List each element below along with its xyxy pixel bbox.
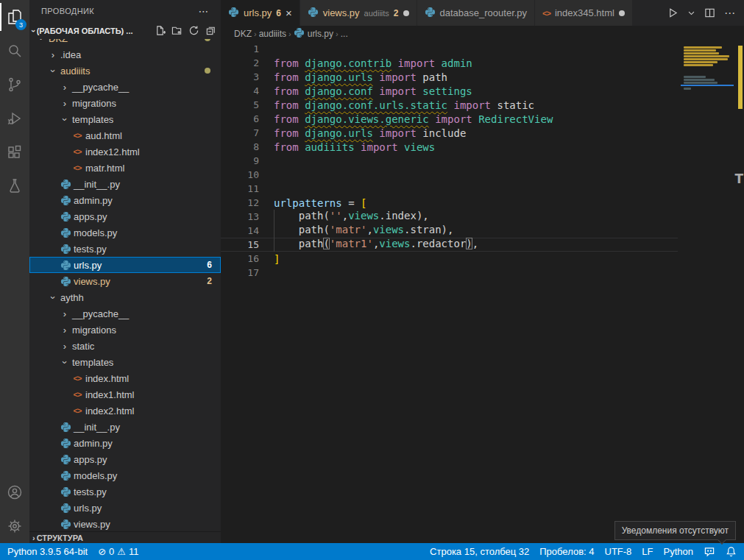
tree-file-views.py[interactable]: views.py [29,516,221,531]
tree-file-apps.py[interactable]: apps.py [29,451,221,467]
tree-file-urls.py[interactable]: urls.py6 [29,257,221,273]
tree-file-__init__.py[interactable]: __init__.py [29,176,221,192]
line-number: 15 [221,239,259,250]
python-icon [59,244,72,255]
code-line-1: 1 [221,42,678,56]
status-eol[interactable]: LF [642,546,653,557]
breadcrumb: DKZ›audiiits›urls.py›... [221,26,744,42]
new-folder-icon[interactable] [171,25,183,36]
tab-database_roouter.py[interactable]: database_roouter.py [417,0,536,26]
refresh-icon[interactable] [188,25,199,36]
tree-folder-migrations[interactable]: ›migrations [29,95,221,111]
breadcrumb-item-audiiits[interactable]: audiiits [259,29,286,39]
problems-indicator[interactable]: ⊘ 0 ⚠ 11 [98,546,138,557]
line-number: 11 [221,183,259,194]
code-line-12: 12urlpatterns = [ [221,196,678,210]
tab-views.py[interactable]: views.pyaudiiits2 [300,0,417,26]
tree-file-models.py[interactable]: models.py [29,467,221,483]
errors-count: 0 [109,546,114,557]
python-icon [59,276,72,287]
new-file-icon[interactable] [155,25,166,36]
run-debug-icon[interactable] [0,102,29,135]
explorer-icon[interactable]: 3 [0,0,29,34]
file-tree: ›DKZ›.idea›audiiits›__pycache__›migratio… [29,39,221,531]
activity-bar: 3 [0,0,29,543]
status-indentation[interactable]: Пробелов: 4 [539,546,594,557]
testing-icon[interactable] [0,169,29,203]
tree-file-matr.html[interactable]: <>matr.html [29,160,221,176]
code-editor[interactable]: 12from django.contrib import admin3from … [221,42,744,543]
tree-file-views.py[interactable]: views.py2 [29,273,221,289]
tabs: urls.py6×views.pyaudiiits2database_roout… [221,0,633,26]
outline-label: СТРУКТУРА [37,534,83,542]
notifications-tooltip: Уведомления отсутствуют [614,521,736,540]
minimap[interactable] [681,42,734,543]
chevron-down-icon: › [60,113,71,125]
tree-folder-aythh[interactable]: ›aythh [29,289,221,305]
status-language-mode[interactable]: Python [664,546,693,557]
tree-file-index.html[interactable]: <>index.html [29,370,221,386]
python-icon [59,211,72,222]
code-line-5: 5from django.conf.urls.static import sta… [221,98,678,112]
status-bar-right: Строка 15, столбец 32Пробелов: 4UTF-8LFP… [430,546,737,557]
tree-file-index12.html[interactable]: <>index12.html [29,143,221,160]
python-icon [59,227,72,238]
breadcrumb-item-urls.py[interactable]: urls.py [294,27,333,40]
breadcrumb-item-DKZ[interactable]: DKZ [234,29,252,39]
python-interpreter[interactable]: Python 3.9.5 64-bit [7,546,88,557]
collapse-all-icon[interactable] [205,25,216,36]
tree-file-tests.py[interactable]: tests.py [29,241,221,257]
chevron-right-icon: › [59,325,71,336]
overview-ruler-scrollbar[interactable]: T [734,42,744,543]
status-feedback-icon[interactable] [704,546,715,557]
run-button[interactable] [667,7,679,18]
tree-file-tests.py[interactable]: tests.py [29,483,221,500]
search-icon[interactable] [0,34,29,68]
dirty-dot-icon[interactable] [619,10,625,16]
chevron-down-icon: › [48,291,59,303]
breadcrumb-item-...[interactable]: ... [341,29,348,39]
status-cursor-position[interactable]: Строка 15, столбец 32 [430,546,529,557]
run-dropdown-chevron-icon[interactable] [687,9,695,17]
tree-file-__init__.py[interactable]: __init__.py [29,419,221,435]
code-area: 12from django.contrib import admin3from … [221,42,678,280]
split-editor-icon[interactable] [704,7,715,18]
more-actions-icon[interactable]: ⋯ [724,7,735,20]
tree-file-models.py[interactable]: models.py [29,224,221,241]
workspace-header[interactable]: › (РАБОЧАЯ ОБЛАСТЬ) ... [29,22,221,39]
tree-folder-templates[interactable]: ›templates [29,111,221,127]
extensions-icon[interactable] [0,135,29,169]
dirty-dot-icon[interactable] [403,10,409,16]
tree-file-urls.py[interactable]: urls.py [29,500,221,516]
tree-folder-.idea[interactable]: ›.idea [29,46,221,63]
tree-folder-audiiits[interactable]: ›audiiits [29,63,221,79]
tree-folder-DKZ[interactable]: ›DKZ [29,39,221,46]
html-icon: <> [71,131,84,140]
tree-folder-static[interactable]: ›static [29,338,221,354]
tree-folder-migrations[interactable]: ›migrations [29,322,221,338]
source-control-icon[interactable] [0,68,29,102]
tree-folder-__pycache__[interactable]: ›__pycache__ [29,79,221,95]
line-number: 16 [221,253,259,264]
more-actions-icon[interactable]: ⋯ [199,5,209,17]
tree-file-aud.html[interactable]: <>aud.html [29,127,221,143]
tree-folder-templates[interactable]: ›templates [29,354,221,370]
tab-index345.html[interactable]: <>index345.html [535,0,633,26]
status-encoding[interactable]: UTF-8 [605,546,632,557]
tree-file-index2.html[interactable]: <>index2.html [29,403,221,419]
close-icon[interactable]: × [286,7,292,18]
code-line-16: 16] [221,252,678,266]
tree-file-admin.py[interactable]: admin.py [29,192,221,208]
code-line-8: 8from audiiits import views [221,140,678,154]
tree-file-admin.py[interactable]: admin.py [29,435,221,451]
tree-folder-__pycache__[interactable]: ›__pycache__ [29,305,221,322]
tab-urls.py[interactable]: urls.py6× [221,0,300,26]
account-icon[interactable] [0,475,29,509]
outline-section[interactable]: › СТРУКТУРА [29,531,221,543]
tree-file-apps.py[interactable]: apps.py [29,208,221,224]
code-line-13: 13path('',views.index), [221,210,678,224]
status-notifications-icon[interactable] [726,546,737,557]
settings-gear-icon[interactable] [0,509,29,543]
breadcrumb-separator: › [336,29,339,38]
tree-file-index1.html[interactable]: <>index1.html [29,386,221,403]
